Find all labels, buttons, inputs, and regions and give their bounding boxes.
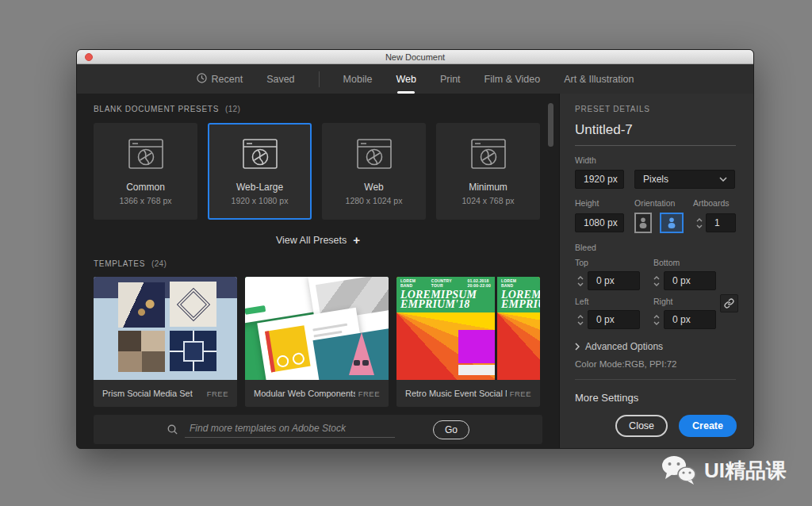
template-name: Retro Music Event Social Media ... <box>405 389 507 398</box>
bleed-left-stepper[interactable] <box>575 315 585 325</box>
chevron-up-icon <box>653 276 660 280</box>
chevron-down-icon <box>577 321 584 325</box>
chevron-down-icon <box>719 177 727 182</box>
go-button[interactable]: Go <box>433 420 469 439</box>
preset-dims: 1280 x 1024 px <box>346 196 403 205</box>
template-card-retro[interactable]: LOREM BAND COUNTRY TOUR 01.02.2018 20:00… <box>396 277 540 407</box>
poster-title: EMPRIUM'18 <box>501 300 540 310</box>
templates-section-count: (24) <box>151 259 167 268</box>
width-input[interactable] <box>575 170 624 189</box>
template-caption: Prism Social Media Set FREE <box>94 380 237 407</box>
preset-card-minimum[interactable]: Minimum 1024 x 768 px <box>436 123 540 220</box>
bleed-right-input[interactable] <box>664 310 716 329</box>
preset-dims: 1366 x 768 px <box>120 196 172 205</box>
chevron-down-icon <box>696 224 703 228</box>
tab-label: Print <box>440 74 461 85</box>
more-settings-link[interactable]: More Settings <box>575 392 736 404</box>
preset-dims: 1024 x 768 px <box>462 196 515 205</box>
presets-section-title: BLANK DOCUMENT PRESETS <box>94 105 219 113</box>
units-value: Pixels <box>643 174 668 185</box>
bleed-left-input[interactable] <box>588 310 640 329</box>
tab-divider <box>319 71 320 87</box>
preset-card-common[interactable]: Common 1366 x 768 px <box>94 123 197 220</box>
chevron-up-icon <box>696 218 703 222</box>
close-window-button[interactable] <box>85 53 93 61</box>
template-card-prism[interactable]: Prism Social Media Set FREE <box>94 277 237 407</box>
artboards-stepper[interactable] <box>694 218 704 228</box>
tab-mobile[interactable]: Mobile <box>343 64 373 94</box>
orientation-landscape-button[interactable] <box>660 213 684 233</box>
template-free-badge: FREE <box>207 389 228 398</box>
presets-section-count: (12) <box>225 105 240 113</box>
tab-art-illustration[interactable]: Art & Illustration <box>564 64 634 94</box>
browser-globe-icon <box>470 138 507 173</box>
tab-label: Web <box>396 74 416 85</box>
preset-row: Common 1366 x 768 px Web-Large 1920 <box>94 123 542 220</box>
tab-web[interactable]: Web <box>396 64 416 94</box>
chevron-up-icon <box>577 315 584 319</box>
tab-recent[interactable]: Recent <box>197 64 243 94</box>
tab-label: Mobile <box>343 74 373 85</box>
tab-label: Art & Illustration <box>564 74 634 85</box>
artboards-input[interactable] <box>706 213 736 232</box>
preset-card-web-large[interactable]: Web-Large 1920 x 1080 px <box>208 123 312 220</box>
search-icon <box>167 424 178 435</box>
category-tabbar: Recent Saved Mobile Web Print Film & Vid… <box>77 64 753 94</box>
thumb-decor: LOREM BAND COUNTRY TOUR LOREMIPSUM EMPRI… <box>497 277 540 380</box>
create-button[interactable]: Create <box>679 415 737 437</box>
template-row: Prism Social Media Set FREE <box>94 277 542 407</box>
tab-film-video[interactable]: Film & Video <box>485 64 541 94</box>
template-card-modular[interactable]: Modular Web Components Set FREE <box>245 277 389 407</box>
bleed-top-stepper[interactable] <box>575 276 585 286</box>
bleed-left-label: Left <box>575 297 653 306</box>
adobe-stock-searchbar: Go <box>94 415 542 444</box>
bleed-bottom-stepper[interactable] <box>651 276 661 286</box>
artboards-label: Artboards <box>693 198 730 208</box>
vertical-scrollbar[interactable] <box>548 103 553 147</box>
orientation-portrait-button[interactable] <box>634 213 652 233</box>
template-caption: Modular Web Components Set FREE <box>245 380 389 407</box>
tab-saved[interactable]: Saved <box>266 64 294 94</box>
bleed-top-input[interactable] <box>588 271 640 290</box>
wechat-icon <box>661 455 697 485</box>
chevron-down-icon <box>653 282 660 286</box>
template-free-badge: FREE <box>358 389 380 398</box>
advanced-options-toggle[interactable]: Advanced Options <box>575 341 736 352</box>
link-icon <box>724 298 734 309</box>
poster-meta: LOREM BAND <box>501 279 516 289</box>
view-all-presets-button[interactable]: View All Presets + <box>94 233 542 247</box>
tab-print[interactable]: Print <box>440 64 461 94</box>
height-label: Height <box>575 198 634 208</box>
height-input[interactable] <box>575 213 624 232</box>
template-thumbnail: LOREM BAND COUNTRY TOUR 01.02.2018 20:00… <box>396 277 540 380</box>
width-label: Width <box>575 155 736 165</box>
bleed-label: Bleed <box>575 243 736 252</box>
bleed-bottom-label: Bottom <box>653 258 680 267</box>
preset-name: Web <box>364 182 383 193</box>
search-input[interactable] <box>185 421 395 438</box>
template-name: Modular Web Components Set <box>254 389 355 398</box>
tab-label: Recent <box>212 74 243 85</box>
bleed-link-button[interactable] <box>720 294 738 312</box>
template-thumbnail <box>245 277 389 380</box>
view-all-label: View All Presets <box>276 235 347 246</box>
bleed-right-label: Right <box>653 297 673 306</box>
details-header: PRESET DETAILS <box>575 105 736 113</box>
color-mode-text: Color Mode:RGB, PPI:72 <box>575 359 736 369</box>
units-select[interactable]: Pixels <box>634 170 735 189</box>
content-area: BLANK DOCUMENT PRESETS (12) Common <box>77 94 559 449</box>
chevron-down-icon <box>653 321 660 325</box>
bleed-bottom-input[interactable] <box>664 271 716 290</box>
tab-label: Saved <box>266 74 294 85</box>
templates-section-label: TEMPLATES (24) <box>94 259 542 268</box>
window-title: New Document <box>385 52 445 62</box>
close-button[interactable]: Close <box>615 415 668 437</box>
thumb-decor: LOREM BAND COUNTRY TOUR 01.02.2018 20:00… <box>396 277 495 380</box>
document-name-field[interactable]: Untitled-7 <box>575 122 736 146</box>
poster-title: EMPRIUM'18 <box>400 300 491 310</box>
preset-name: Minimum <box>469 182 508 193</box>
template-thumbnail <box>94 277 237 380</box>
bleed-right-stepper[interactable] <box>651 315 661 325</box>
preset-card-web[interactable]: Web 1280 x 1024 px <box>322 123 426 220</box>
template-caption: Retro Music Event Social Media ... FREE <box>396 380 540 407</box>
